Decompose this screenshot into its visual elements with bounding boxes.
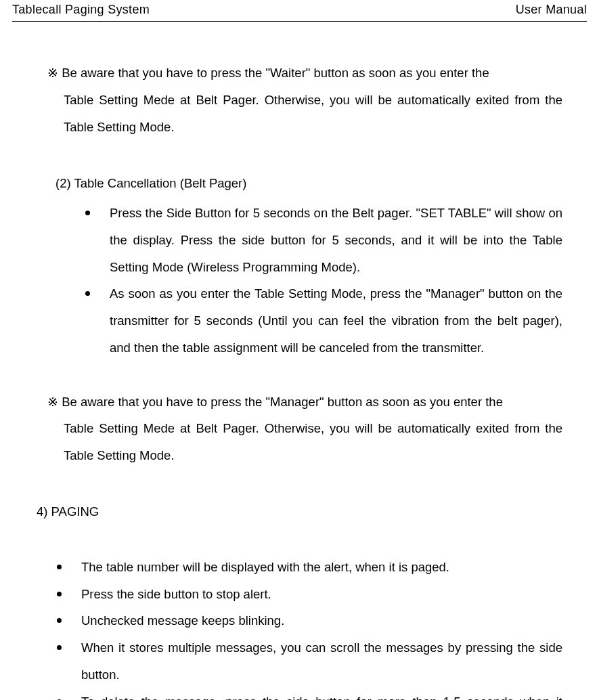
page-header: Tablecall Paging System User Manual bbox=[12, 0, 587, 22]
note-manager-rest: Table Setting Mede at Belt Pager. Otherw… bbox=[47, 415, 562, 469]
note-manager: ※ Be aware that you have to press the "M… bbox=[47, 389, 562, 469]
note-manager-line1: ※ Be aware that you have to press the "M… bbox=[47, 389, 562, 416]
list-item: Press the Side Button for 5 seconds on t… bbox=[84, 200, 562, 280]
list-item: Press the side button to stop alert. bbox=[56, 581, 562, 608]
list-item: Unchecked message keeps blinking. bbox=[56, 607, 562, 634]
note-waiter-line1: ※ Be aware that you have to press the "W… bbox=[47, 60, 562, 87]
header-right: User Manual bbox=[516, 3, 587, 17]
list-item: To delete the message, press the side bu… bbox=[56, 688, 562, 700]
page-content: ※ Be aware that you have to press the "W… bbox=[12, 22, 587, 700]
subsection-title: (2) Table Cancellation (Belt Pager) bbox=[56, 170, 562, 197]
note-waiter: ※ Be aware that you have to press the "W… bbox=[47, 60, 562, 140]
list-item: As soon as you enter the Table Setting M… bbox=[84, 280, 562, 361]
list-item: The table number will be displayed with … bbox=[56, 554, 562, 581]
list-item: When it stores multiple messages, you ca… bbox=[56, 634, 562, 688]
paging-bullets: The table number will be displayed with … bbox=[56, 554, 562, 700]
header-left: Tablecall Paging System bbox=[12, 3, 150, 17]
note-waiter-rest: Table Setting Mede at Belt Pager. Otherw… bbox=[47, 87, 562, 141]
subsection-table-cancellation: (2) Table Cancellation (Belt Pager) Pres… bbox=[56, 170, 562, 361]
section-paging-heading: 4) PAGING bbox=[37, 499, 562, 524]
cancellation-bullets: Press the Side Button for 5 seconds on t… bbox=[84, 200, 562, 362]
